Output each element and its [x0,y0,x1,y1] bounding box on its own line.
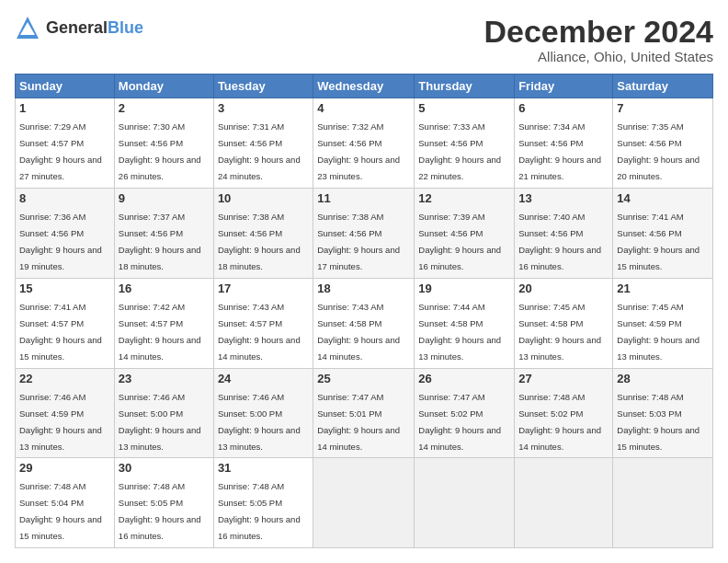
day-number: 18 [317,282,410,295]
table-row: 21 Sunrise: 7:45 AM Sunset: 4:59 PM Dayl… [613,278,713,368]
day-info: Sunrise: 7:33 AM Sunset: 4:56 PM Dayligh… [418,121,501,181]
week-row-4: 22 Sunrise: 7:46 AM Sunset: 4:59 PM Dayl… [16,368,713,458]
day-info: Sunrise: 7:48 AM Sunset: 5:03 PM Dayligh… [617,392,700,452]
table-row: 27 Sunrise: 7:48 AM Sunset: 5:02 PM Dayl… [515,368,613,458]
table-row: 18 Sunrise: 7:43 AM Sunset: 4:58 PM Dayl… [313,278,415,368]
day-number: 1 [19,101,110,115]
day-number: 6 [518,101,609,115]
month-title: December 2024 [483,15,713,49]
header: GeneralBlue December 2024 Alliance, Ohio… [15,15,713,64]
col-friday: Friday [515,75,613,98]
table-row: 26 Sunrise: 7:47 AM Sunset: 5:02 PM Dayl… [415,368,515,458]
day-info: Sunrise: 7:40 AM Sunset: 4:56 PM Dayligh… [518,212,601,271]
day-number: 28 [617,372,709,385]
day-info: Sunrise: 7:43 AM Sunset: 4:58 PM Dayligh… [317,302,400,362]
table-row: 8 Sunrise: 7:36 AM Sunset: 4:56 PM Dayli… [16,189,115,279]
logo-blue: Blue [108,18,143,37]
day-number: 30 [119,461,210,475]
day-info: Sunrise: 7:42 AM Sunset: 4:57 PM Dayligh… [119,302,201,362]
day-info: Sunrise: 7:47 AM Sunset: 5:02 PM Dayligh… [418,392,501,452]
day-number: 11 [317,191,410,205]
day-info: Sunrise: 7:37 AM Sunset: 4:56 PM Dayligh… [119,212,201,271]
col-monday: Monday [114,75,213,98]
table-row: 28 Sunrise: 7:48 AM Sunset: 5:03 PM Dayl… [613,368,713,458]
col-tuesday: Tuesday [213,75,313,98]
col-sunday: Sunday [16,75,115,98]
table-row: 7 Sunrise: 7:35 AM Sunset: 4:56 PM Dayli… [613,98,713,189]
day-number: 3 [218,101,309,115]
day-info: Sunrise: 7:46 AM Sunset: 5:00 PM Dayligh… [218,392,301,452]
table-row: 2 Sunrise: 7:30 AM Sunset: 4:56 PM Dayli… [114,98,213,189]
day-number: 17 [218,282,309,295]
day-info: Sunrise: 7:46 AM Sunset: 5:00 PM Dayligh… [119,392,201,452]
day-number: 22 [19,372,110,385]
day-number: 10 [218,191,309,205]
day-info: Sunrise: 7:31 AM Sunset: 4:56 PM Dayligh… [218,121,301,181]
day-info: Sunrise: 7:32 AM Sunset: 4:56 PM Dayligh… [317,121,400,181]
table-row: 22 Sunrise: 7:46 AM Sunset: 4:59 PM Dayl… [16,368,115,458]
day-number: 23 [119,372,210,385]
table-row: 20 Sunrise: 7:45 AM Sunset: 4:58 PM Dayl… [515,278,613,368]
table-row: 14 Sunrise: 7:41 AM Sunset: 4:56 PM Dayl… [613,189,713,279]
col-saturday: Saturday [613,75,713,98]
table-row: 25 Sunrise: 7:47 AM Sunset: 5:01 PM Dayl… [313,368,415,458]
day-number: 25 [317,372,410,385]
day-number: 31 [218,461,309,475]
day-number: 4 [317,101,410,115]
table-row: 29 Sunrise: 7:48 AM Sunset: 5:04 PM Dayl… [16,458,115,548]
day-number: 19 [418,282,510,295]
day-info: Sunrise: 7:29 AM Sunset: 4:57 PM Dayligh… [19,121,102,181]
day-number: 24 [218,372,309,385]
day-number: 13 [518,191,609,205]
day-info: Sunrise: 7:34 AM Sunset: 4:56 PM Dayligh… [518,121,601,181]
table-row [515,458,613,548]
day-info: Sunrise: 7:43 AM Sunset: 4:57 PM Dayligh… [218,302,301,362]
table-row: 31 Sunrise: 7:48 AM Sunset: 5:05 PM Dayl… [213,458,313,548]
day-info: Sunrise: 7:45 AM Sunset: 4:59 PM Dayligh… [617,302,700,362]
week-row-5: 29 Sunrise: 7:48 AM Sunset: 5:04 PM Dayl… [16,458,713,548]
table-row [613,458,713,548]
table-row: 17 Sunrise: 7:43 AM Sunset: 4:57 PM Dayl… [213,278,313,368]
logo-general: General [46,18,108,37]
day-info: Sunrise: 7:47 AM Sunset: 5:01 PM Dayligh… [317,392,400,452]
day-number: 9 [119,191,210,205]
day-info: Sunrise: 7:30 AM Sunset: 4:56 PM Dayligh… [119,121,201,181]
table-row: 1 Sunrise: 7:29 AM Sunset: 4:57 PM Dayli… [16,98,115,189]
day-number: 15 [19,282,110,295]
day-info: Sunrise: 7:38 AM Sunset: 4:56 PM Dayligh… [317,212,400,271]
table-row: 30 Sunrise: 7:48 AM Sunset: 5:05 PM Dayl… [114,458,213,548]
day-info: Sunrise: 7:38 AM Sunset: 4:56 PM Dayligh… [218,212,301,271]
table-row: 12 Sunrise: 7:39 AM Sunset: 4:56 PM Dayl… [415,189,515,279]
table-row: 16 Sunrise: 7:42 AM Sunset: 4:57 PM Dayl… [114,278,213,368]
day-number: 20 [518,282,609,295]
day-number: 12 [418,191,510,205]
day-info: Sunrise: 7:39 AM Sunset: 4:56 PM Dayligh… [418,212,501,271]
day-number: 14 [617,191,709,205]
col-wednesday: Wednesday [313,75,415,98]
day-info: Sunrise: 7:48 AM Sunset: 5:05 PM Dayligh… [218,481,301,541]
calendar-table: Sunday Monday Tuesday Wednesday Thursday… [15,74,713,548]
table-row [415,458,515,548]
calendar-page: GeneralBlue December 2024 Alliance, Ohio… [0,0,728,563]
day-info: Sunrise: 7:41 AM Sunset: 4:57 PM Dayligh… [19,302,102,362]
table-row: 4 Sunrise: 7:32 AM Sunset: 4:56 PM Dayli… [313,98,415,189]
day-number: 2 [119,101,210,115]
day-number: 26 [418,372,510,385]
day-info: Sunrise: 7:35 AM Sunset: 4:56 PM Dayligh… [617,121,700,181]
table-row: 6 Sunrise: 7:34 AM Sunset: 4:56 PM Dayli… [515,98,613,189]
table-row: 23 Sunrise: 7:46 AM Sunset: 5:00 PM Dayl… [114,368,213,458]
table-row: 11 Sunrise: 7:38 AM Sunset: 4:56 PM Dayl… [313,189,415,279]
day-number: 7 [617,101,709,115]
day-info: Sunrise: 7:36 AM Sunset: 4:56 PM Dayligh… [19,212,102,271]
table-row: 24 Sunrise: 7:46 AM Sunset: 5:00 PM Dayl… [213,368,313,458]
day-info: Sunrise: 7:44 AM Sunset: 4:58 PM Dayligh… [418,302,501,362]
day-number: 8 [19,191,110,205]
table-row: 19 Sunrise: 7:44 AM Sunset: 4:58 PM Dayl… [415,278,515,368]
week-row-1: 1 Sunrise: 7:29 AM Sunset: 4:57 PM Dayli… [16,98,713,189]
week-row-3: 15 Sunrise: 7:41 AM Sunset: 4:57 PM Dayl… [16,278,713,368]
day-info: Sunrise: 7:48 AM Sunset: 5:02 PM Dayligh… [518,392,601,452]
week-row-2: 8 Sunrise: 7:36 AM Sunset: 4:56 PM Dayli… [16,189,713,279]
day-number: 5 [418,101,510,115]
table-row: 9 Sunrise: 7:37 AM Sunset: 4:56 PM Dayli… [114,189,213,279]
table-row: 10 Sunrise: 7:38 AM Sunset: 4:56 PM Dayl… [213,189,313,279]
